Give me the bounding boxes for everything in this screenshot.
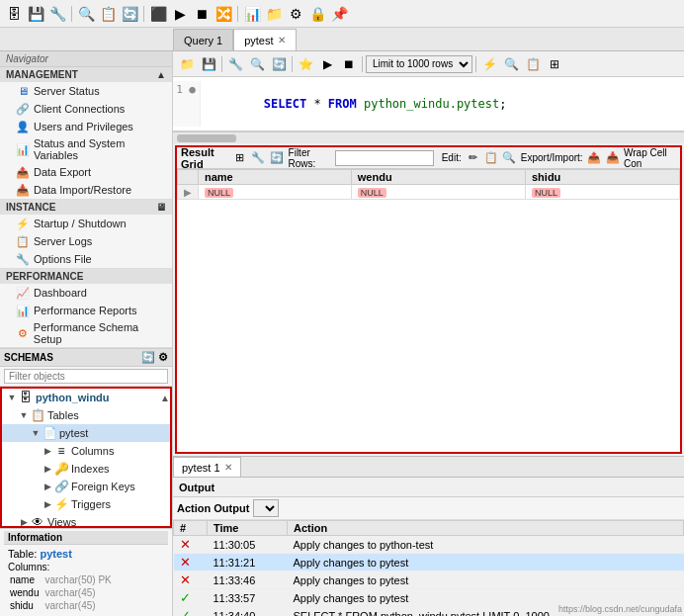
db-arrow-icon: ▼	[6, 392, 18, 403]
toolbar-icon-clipboard[interactable]: 📋	[98, 4, 118, 24]
qt-open-icon[interactable]: 📁	[177, 54, 197, 74]
action-output-dropdown[interactable]	[253, 499, 279, 517]
col-header-name: name	[199, 170, 352, 185]
output-time-1: 11:30:05	[207, 536, 287, 554]
qt-wrench-icon[interactable]: 🔧	[225, 54, 245, 74]
client-conn-icon: 🔗	[16, 102, 30, 116]
toolbar-icon-chart[interactable]: 📊	[242, 4, 262, 24]
qt-star-icon[interactable]: ⭐	[296, 54, 315, 74]
options-icon: 🔧	[16, 252, 30, 266]
toolbar-icon-refresh[interactable]: 🔄	[120, 4, 139, 24]
qt-icon-c[interactable]: 📋	[523, 54, 543, 74]
result-grid-icon-2[interactable]: 🔧	[251, 149, 266, 167]
tree-item-triggers[interactable]: ▶ ⚡ Triggers	[2, 495, 170, 513]
filter-rows-input[interactable]	[335, 150, 434, 166]
toolbar-icon-shuffle[interactable]: 🔀	[214, 4, 233, 24]
limit-select[interactable]: Limit to 1000 rows	[366, 55, 472, 73]
edit-icon-2[interactable]: 📋	[483, 149, 498, 167]
pytest-tab[interactable]: pytest ✕	[233, 29, 296, 50]
sidebar-item-users-privileges[interactable]: 👤 Users and Privileges	[0, 118, 172, 135]
toolbar-icon-gear[interactable]: ⚙	[286, 4, 305, 24]
sidebar-item-status-variables[interactable]: 📊 Status and System Variables	[0, 135, 172, 163]
edit-icon-3[interactable]: 🔍	[502, 149, 517, 167]
pytest1-tab-close[interactable]: ✕	[224, 462, 232, 473]
export-label: Export/Import:	[521, 152, 583, 163]
result-section: Result Grid ⊞ 🔧 🔄 Filter Rows: Edit: ✏ 📋…	[175, 145, 682, 454]
sql-semicolon: ;	[499, 97, 506, 111]
h-scrollbar[interactable]	[173, 132, 684, 143]
export-icon-1[interactable]: 📤	[587, 149, 602, 167]
sidebar-item-options-file[interactable]: 🔧 Options File	[0, 250, 172, 268]
output-data-table: # Time Action ✕ 11:30:05 Apply changes t…	[173, 520, 684, 616]
top-toolbar: 🗄 💾 🔧 🔍 📋 🔄 ⬛ ▶ ⏹ 🔀 📊 📁 ⚙ 🔒 📌	[0, 0, 684, 28]
sidebar-item-dashboard[interactable]: 📈 Dashboard	[0, 284, 172, 302]
sidebar-item-data-import[interactable]: 📥 Data Import/Restore	[0, 181, 172, 199]
h-scroll-thumb[interactable]	[177, 134, 236, 142]
toolbar-icon-play[interactable]: ▶	[170, 4, 190, 24]
schemas-label: SCHEMAS	[4, 352, 53, 363]
data-import-label: Data Import/Restore	[34, 184, 131, 196]
tree-item-indexes[interactable]: ▶ 🔑 Indexes	[2, 460, 170, 478]
qt-icon-d[interactable]: ⊞	[545, 54, 564, 74]
qt-search-icon[interactable]: 🔍	[247, 54, 267, 74]
tree-item-foreign-keys[interactable]: ▶ 🔗 Foreign Keys	[2, 478, 170, 495]
toolbar-icon-search[interactable]: 🔍	[76, 4, 96, 24]
indexes-label: Indexes	[71, 463, 110, 475]
management-collapse[interactable]: ▲	[156, 69, 166, 80]
qt-stop-icon[interactable]: ⏹	[339, 54, 359, 74]
output-row-2: ✕ 11:31:21 Apply changes to pytest	[174, 554, 684, 572]
sidebar-item-server-logs[interactable]: 📋 Server Logs	[0, 232, 172, 250]
management-header: MANAGEMENT ▲	[0, 67, 172, 82]
info-col-name-1: name	[10, 574, 43, 585]
startup-icon: ⚡	[16, 217, 30, 230]
qt-save-icon[interactable]: 💾	[199, 54, 218, 74]
toolbar-icon-square[interactable]: ⬛	[148, 4, 168, 24]
edit-icon-1[interactable]: ✏	[466, 149, 480, 167]
instance-icon[interactable]: 🖥	[156, 202, 166, 213]
server-status-icon: 🖥	[16, 84, 30, 98]
query-tab[interactable]: Query 1	[173, 29, 233, 50]
filter-objects-input[interactable]	[4, 369, 168, 384]
pytest1-tab[interactable]: pytest 1 ✕	[173, 457, 241, 477]
toolbar-icon-folder[interactable]: 📁	[264, 4, 284, 24]
export-icon-2[interactable]: 📥	[605, 149, 620, 167]
triggers-icon: ⚡	[53, 496, 69, 512]
toolbar-icon-save[interactable]: 💾	[26, 4, 45, 24]
toolbar-icon-stop[interactable]: ⏹	[192, 4, 212, 24]
qt-play-icon[interactable]: ▶	[317, 54, 337, 74]
tree-item-database[interactable]: ▼ 🗄 python_windu ▲	[2, 389, 170, 406]
scrollbar-indicator: ▲	[160, 393, 170, 403]
sidebar-item-data-export[interactable]: 📤 Data Export	[0, 163, 172, 181]
status-red-icon-3: ✕	[180, 572, 191, 587]
tree-item-tables[interactable]: ▼ 📋 Tables	[2, 406, 170, 424]
result-grid-icon-1[interactable]: ⊞	[232, 149, 247, 167]
sidebar-item-perf-reports[interactable]: 📊 Performance Reports	[0, 302, 172, 319]
tree-item-pytest[interactable]: ▼ 📄 pytest	[2, 424, 170, 442]
sidebar-item-server-status[interactable]: 🖥 Server Status	[0, 82, 172, 100]
schemas-add-icon[interactable]: ⚙	[158, 351, 168, 364]
toolbar-icon-wrench[interactable]: 🔧	[47, 4, 67, 24]
output-action-1: Apply changes to python-test	[287, 536, 683, 554]
tree-item-views[interactable]: ▶ 👁 Views	[2, 513, 170, 528]
cell-name: NULL	[199, 185, 352, 200]
toolbar-icon-pin[interactable]: 📌	[329, 4, 349, 24]
sidebar-item-startup[interactable]: ⚡ Startup / Shutdown	[0, 215, 172, 232]
col-header-wendu: wendu	[351, 170, 525, 185]
qt-icon-b[interactable]: 🔍	[501, 54, 521, 74]
qt-refresh-icon[interactable]: 🔄	[269, 54, 289, 74]
toolbar-icon-db[interactable]: 🗄	[4, 4, 24, 24]
db-icon: 🗄	[18, 390, 34, 405]
bottom-tabs: pytest 1 ✕	[173, 456, 684, 478]
result-filter-icon[interactable]: 🔄	[270, 149, 285, 167]
sidebar-item-client-connections[interactable]: 🔗 Client Connections	[0, 100, 172, 118]
output-col-time: Time	[207, 521, 287, 536]
options-label: Options File	[34, 253, 92, 265]
schemas-refresh-icon[interactable]: 🔄	[141, 351, 155, 364]
sidebar-item-perf-schema[interactable]: ⚙ Performance Schema Setup	[0, 319, 172, 347]
toolbar-icon-lock[interactable]: 🔒	[307, 4, 327, 24]
pytest-tab-close[interactable]: ✕	[278, 35, 286, 45]
result-table-header-row: name wendu shidu	[178, 170, 680, 185]
qt-icon-a[interactable]: ⚡	[479, 54, 499, 74]
tree-item-columns[interactable]: ▶ ≡ Columns	[2, 442, 170, 460]
query-text-area[interactable]: SELECT * FROM python_windu.pytest;	[201, 81, 680, 127]
